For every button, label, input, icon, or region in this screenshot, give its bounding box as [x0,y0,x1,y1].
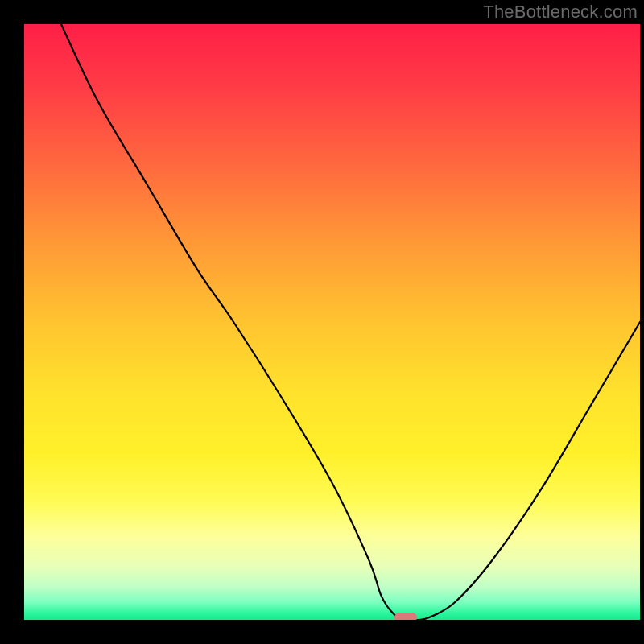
chart-frame: TheBottleneck.com [0,0,644,644]
sweet-spot-marker [394,613,417,620]
curve-path [61,24,640,620]
bottleneck-curve [24,24,640,620]
watermark-text: TheBottleneck.com [483,2,638,23]
plot-area [24,24,640,620]
